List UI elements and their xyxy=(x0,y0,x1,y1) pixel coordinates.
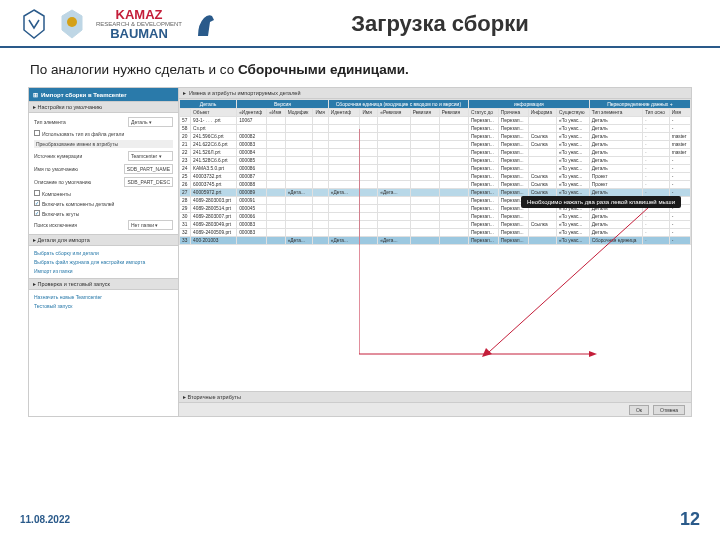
table-cell[interactable]: 000082 xyxy=(237,133,267,141)
table-cell[interactable] xyxy=(267,237,285,245)
table-cell[interactable] xyxy=(267,117,285,125)
table-cell[interactable]: 000084 xyxy=(237,149,267,157)
table-cell[interactable]: 4089-2803049.prt xyxy=(191,221,237,229)
table-cell[interactable]: - xyxy=(669,173,690,181)
table-cell[interactable] xyxy=(328,173,360,181)
table-cell[interactable]: «Дета... xyxy=(285,237,313,245)
table-cell[interactable]: 000045 xyxy=(237,205,267,213)
table-cell[interactable] xyxy=(313,189,328,197)
col-header[interactable] xyxy=(180,109,191,117)
table-cell[interactable]: 57 xyxy=(180,117,191,125)
col-header[interactable]: «Ревизия xyxy=(378,109,410,117)
panel-section-details[interactable]: ▸ Детали для импорта xyxy=(29,234,178,246)
table-cell[interactable]: 241.596Сб.prt xyxy=(191,133,237,141)
table-cell[interactable]: 29 xyxy=(180,205,191,213)
table-cell[interactable]: 000083 xyxy=(237,141,267,149)
type-dropdown[interactable]: Деталь ▾ xyxy=(128,117,173,127)
table-cell[interactable]: - xyxy=(669,229,690,237)
table-cell[interactable]: «Дета... xyxy=(328,237,360,245)
table-cell[interactable] xyxy=(313,117,328,125)
table-cell[interactable]: - xyxy=(669,213,690,221)
table-cell[interactable]: master xyxy=(669,149,690,157)
table-cell[interactable] xyxy=(313,205,328,213)
table-cell[interactable] xyxy=(313,165,328,173)
table-cell[interactable]: 000088 xyxy=(237,181,267,189)
col-header[interactable]: Имя xyxy=(360,109,378,117)
table-cell[interactable]: 241.622Сб.6.prt xyxy=(191,141,237,149)
table-cell[interactable]: · xyxy=(643,181,670,189)
table-cell[interactable]: 30 xyxy=(180,213,191,221)
table-cell[interactable]: Перезап... xyxy=(498,117,528,125)
table-cell[interactable]: 400·201003 xyxy=(191,237,237,245)
table-cell[interactable]: 40003732.prt xyxy=(191,173,237,181)
table-cell[interactable] xyxy=(313,221,328,229)
col-header[interactable]: Ревизия xyxy=(410,109,439,117)
table-cell[interactable]: 24 xyxy=(180,165,191,173)
table-cell[interactable]: 000087 xyxy=(237,173,267,181)
col-header[interactable]: «Имя xyxy=(267,109,285,117)
assign-new-tc-link[interactable]: Назначить новые Teamcenter xyxy=(34,294,173,300)
table-cell[interactable]: - xyxy=(669,117,690,125)
table-cell[interactable] xyxy=(360,117,378,125)
table-cell[interactable]: 31 xyxy=(180,221,191,229)
col-header[interactable]: «Идентиф xyxy=(237,109,267,117)
table-cell[interactable] xyxy=(285,197,313,205)
table-cell[interactable] xyxy=(313,181,328,189)
table-cell[interactable] xyxy=(237,125,267,133)
table-cell[interactable]: 000086 xyxy=(237,165,267,173)
table-cell[interactable] xyxy=(285,117,313,125)
cancel-button[interactable]: Отмена xyxy=(653,405,685,415)
table-cell[interactable]: 60003745.prt xyxy=(191,181,237,189)
table-cell[interactable]: 28 xyxy=(180,197,191,205)
table-cell[interactable]: 21 xyxy=(180,141,191,149)
table-cell[interactable]: 000089 xyxy=(237,189,267,197)
col-header[interactable]: Существую xyxy=(557,109,590,117)
table-cell[interactable]: 40005972.prt xyxy=(191,189,237,197)
table-cell[interactable] xyxy=(410,117,439,125)
table-cell[interactable]: 32 xyxy=(180,229,191,237)
table-cell[interactable] xyxy=(328,141,360,149)
panel-section-settings[interactable]: ▸ Настройки по умолчанию xyxy=(29,101,178,113)
table-cell[interactable] xyxy=(267,213,285,221)
choose-journal-link[interactable]: Выбрать файл журнала для настройки импор… xyxy=(34,259,173,265)
table-cell[interactable] xyxy=(267,165,285,173)
table-cell[interactable]: 000083 xyxy=(237,229,267,237)
table-cell[interactable]: 000066 xyxy=(237,213,267,221)
table-cell[interactable]: - xyxy=(669,125,690,133)
table-cell[interactable] xyxy=(313,149,328,157)
table-cell[interactable] xyxy=(328,165,360,173)
col-header[interactable]: Объект xyxy=(191,109,237,117)
src-dropdown[interactable]: Teamcenter ▾ xyxy=(128,151,173,161)
table-cell[interactable] xyxy=(328,117,360,125)
table-cell[interactable]: - xyxy=(669,181,690,189)
table-cell[interactable] xyxy=(313,229,328,237)
table-cell[interactable]: 241.528Сб.6.prt xyxy=(191,157,237,165)
table-cell[interactable]: 33 xyxy=(180,237,191,245)
table-cell[interactable]: · xyxy=(643,125,670,133)
table-cell[interactable] xyxy=(267,173,285,181)
chk-include-comp-details[interactable]: Включить компоненты деталей xyxy=(34,200,173,207)
table-cell[interactable]: Деталь xyxy=(589,117,642,125)
table-cell[interactable]: 4089-2803007.prt xyxy=(191,213,237,221)
table-cell[interactable] xyxy=(328,229,360,237)
table-cell[interactable] xyxy=(267,181,285,189)
table-cell[interactable] xyxy=(285,141,313,149)
table-cell[interactable]: Перезап... xyxy=(468,117,498,125)
table-cell[interactable]: · xyxy=(643,117,670,125)
table-cell[interactable] xyxy=(328,157,360,165)
table-cell[interactable]: 58 xyxy=(180,125,191,133)
table-cell[interactable]: 4089-2803003.prt xyxy=(191,197,237,205)
table-cell[interactable]: 000085 xyxy=(237,157,267,165)
table-cell[interactable]: 000091 xyxy=(237,197,267,205)
table-cell[interactable]: «Дета... xyxy=(285,189,313,197)
chk-use-file-type[interactable]: Использовать тип из файла детали xyxy=(34,130,173,137)
table-cell[interactable]: Сз.prt xyxy=(191,125,237,133)
table-cell[interactable]: КАМАЗ.5.0.prt xyxy=(191,165,237,173)
col-header[interactable]: Тип элемента xyxy=(589,109,642,117)
table-cell[interactable] xyxy=(285,133,313,141)
table-cell[interactable] xyxy=(267,197,285,205)
choose-assembly-link[interactable]: Выбрать сборку или детали xyxy=(34,250,173,256)
col-header[interactable]: Причина xyxy=(498,109,528,117)
table-cell[interactable]: 241.526Л.prt xyxy=(191,149,237,157)
table-cell[interactable] xyxy=(528,117,556,125)
